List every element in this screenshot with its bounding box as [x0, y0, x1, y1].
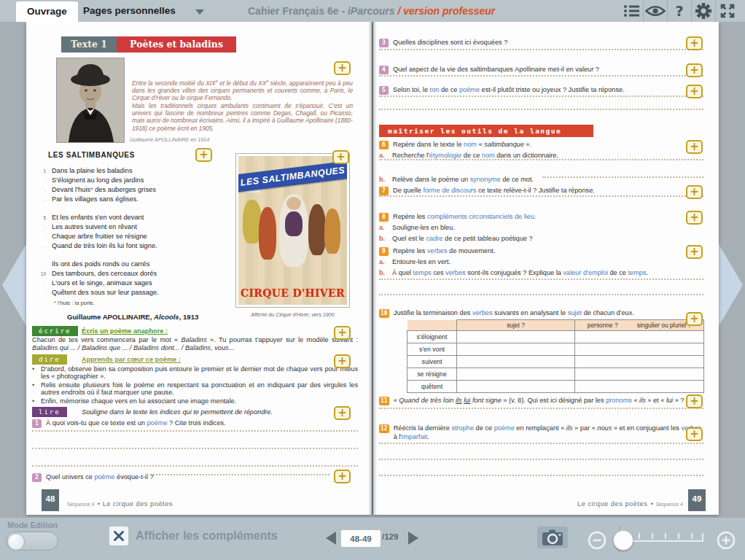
page-number-box: 49 [688, 489, 706, 511]
show-complements-label[interactable]: Afficher les compléments [136, 529, 278, 542]
answer-line [379, 408, 703, 409]
add-complement-button[interactable]: + [686, 245, 703, 259]
apollinaire-photo [57, 58, 124, 142]
add-complement-button[interactable]: + [686, 427, 703, 441]
zoom-slider-knob[interactable] [613, 530, 633, 551]
question-8: 8 Repère les compléments circonstanciels… [379, 213, 701, 222]
tab-ouvrage[interactable]: Ouvrage [16, 1, 78, 22]
list-icon[interactable] [620, 0, 643, 22]
poem-attribution: Guillaume APOLLINAIRE, Alcools, 1913 [67, 313, 198, 321]
question-11: 11 « Quand de très loin ils lui font sig… [379, 397, 701, 405]
table-answer-cell[interactable] [575, 381, 704, 393]
page-footer: Séquence 4 • Le cirque des poètes [67, 496, 173, 509]
question-number-badge: 8 [379, 213, 389, 222]
table-answer-cell[interactable] [575, 331, 704, 343]
camera-icon [542, 529, 563, 546]
answer-line [379, 75, 703, 77]
poster-figure [308, 204, 326, 255]
question-6: 6 Repère dans le texte le nom « saltimba… [379, 141, 701, 149]
help-icon[interactable]: ? [667, 0, 691, 22]
tab-pages-personnelles[interactable]: Pages personnelles [83, 0, 176, 22]
table-answer-cell[interactable] [457, 368, 575, 381]
verb-analysis-table: sujet ? personne ?singulier ou pluriel ?… [407, 319, 704, 393]
answer-line [379, 459, 703, 460]
answer-line [379, 96, 703, 97]
poem-footnote: * l'huis : la porte. [54, 300, 95, 306]
intro-paragraph: Mais les traditionnels cirques ambulants… [132, 102, 353, 132]
book-page-right: 3 Quelles disciplines sont ici évoquées … [373, 22, 719, 515]
gear-icon[interactable] [691, 0, 715, 22]
table-row: quêtent [407, 381, 704, 393]
table-answer-cell[interactable] [575, 368, 704, 381]
zoom-out-button[interactable] [588, 531, 606, 550]
next-page-chevron[interactable] [719, 244, 743, 326]
poem-line: .Devant l'huis* des auberges grises [35, 185, 159, 195]
add-complement-button[interactable]: + [334, 61, 351, 75]
bullet-item: •D'abord, observe bien sa composition pu… [32, 365, 358, 381]
add-complement-button[interactable]: + [686, 394, 703, 408]
add-complement-button[interactable]: + [686, 211, 703, 225]
close-complements-button[interactable] [109, 526, 128, 545]
add-complement-button[interactable]: + [332, 150, 349, 164]
app-window: Ouvrage Pages personnelles Cahier França… [0, 0, 745, 560]
mode-edition-toggle[interactable] [6, 532, 58, 551]
add-complement-button[interactable]: + [686, 140, 703, 154]
table-answer-cell[interactable] [457, 381, 575, 393]
question-number-badge: 5 [379, 86, 389, 95]
page-number-input[interactable] [341, 530, 381, 547]
add-complement-button[interactable]: + [686, 312, 703, 326]
table-answer-cell[interactable] [457, 343, 575, 356]
poem-line: .Quand de très loin ils lui font signe. [35, 241, 159, 251]
question-7: 7 De quelle forme de discours ce texte r… [379, 187, 701, 195]
mode-edition-label: Mode Edition [7, 521, 58, 529]
poem-line: .S'éloignent au long des jardins [35, 176, 159, 185]
poem-line: .Quêtent des sous sur leur passage. [35, 288, 159, 298]
table-answer-cell[interactable] [575, 356, 704, 368]
chevron-down-icon[interactable] [195, 9, 204, 15]
add-complement-button[interactable]: + [334, 326, 351, 340]
answer-line [150, 474, 329, 475]
add-complement-button[interactable]: + [686, 63, 703, 77]
close-icon [113, 530, 125, 542]
add-complement-button[interactable]: + [334, 470, 351, 483]
langue-section-banner: maîtriser les outils de la langue [379, 125, 593, 137]
top-toolbar: Ouvrage Pages personnelles Cahier França… [0, 0, 745, 22]
screenshot-button[interactable] [537, 526, 568, 548]
page-total-label: /129 [382, 532, 398, 541]
intro-text: Entre la seconde moitié du XIXe et le dé… [132, 77, 353, 132]
add-complement-button[interactable]: + [686, 85, 703, 98]
answer-line [542, 176, 703, 178]
book-spine [368, 22, 377, 515]
add-complement-button[interactable]: + [686, 185, 703, 199]
table-answer-cell[interactable] [575, 343, 704, 356]
add-complement-button[interactable]: + [195, 148, 212, 162]
table-answer-cell[interactable] [457, 331, 575, 343]
question-4: 4 Quel aspect de la vie des saltimbanque… [379, 66, 701, 74]
answer-line [379, 443, 703, 444]
next-page-button[interactable] [408, 532, 418, 545]
question-5: 5 Selon toi, le ton de ce poème est-il p… [379, 86, 701, 95]
table-answer-cell[interactable] [457, 356, 575, 368]
add-complement-button[interactable]: + [334, 406, 351, 420]
poem-line: .Ils ont des poids ronds ou carrés [35, 260, 159, 269]
toggle-knob[interactable] [7, 533, 25, 551]
book-page-left: Texte 1 Poètes et baladins [26, 22, 372, 515]
add-complement-button[interactable]: + [686, 36, 703, 50]
poster-figure [324, 209, 340, 254]
prev-page-chevron[interactable] [2, 244, 26, 326]
zoom-slider-track[interactable] [625, 540, 703, 542]
fullscreen-icon[interactable] [715, 0, 739, 22]
question-9b: b. À quel temps ces verbes sont-ils conj… [379, 269, 701, 278]
add-complement-button[interactable]: + [334, 354, 351, 368]
answer-line [379, 279, 703, 280]
zoom-in-button[interactable] [717, 531, 736, 550]
dire-label: dire [32, 354, 67, 365]
answer-line [32, 465, 358, 467]
eye-icon[interactable] [643, 0, 667, 22]
texte-number-label: Texte 1 [61, 36, 117, 52]
poster-figure [286, 197, 301, 210]
cirque-hiver-poster: LES SALTIMBANQUES CIRQUE D'HIVER [235, 153, 350, 308]
previous-page-button[interactable] [326, 532, 336, 545]
question-10: 10 Justifie la terminaison des verbes su… [379, 309, 701, 318]
question-8a: a. Souligne-les en bleu. [379, 224, 701, 233]
